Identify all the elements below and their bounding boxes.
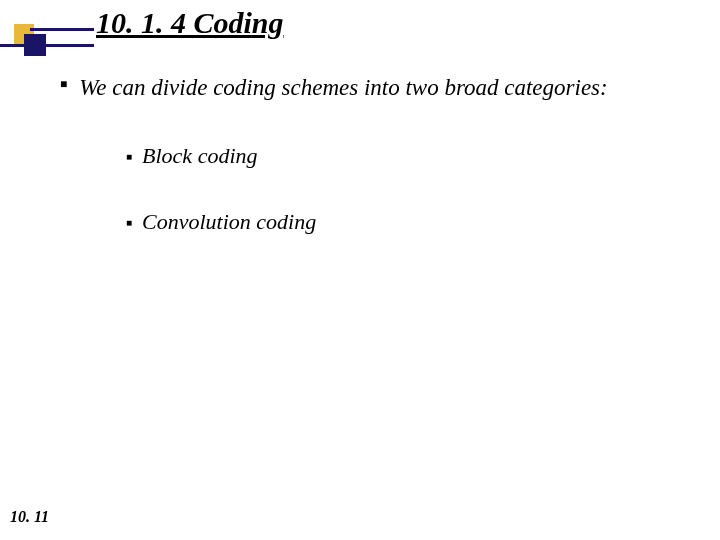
slide-header: 10. 1. 4 Coding [0, 0, 720, 54]
decor-line-top [30, 28, 94, 31]
list-item-label: Convolution coding [142, 209, 316, 235]
slide-title: 10. 1. 4 Coding [96, 6, 284, 40]
list-item: ■ Block coding [126, 143, 686, 169]
page-number: 10. 11 [10, 508, 49, 526]
decor-line-bottom [0, 44, 94, 47]
sub-list: ■ Block coding ■ Convolution coding [126, 143, 686, 235]
intro-row: ■ We can divide coding schemes into two … [60, 72, 686, 103]
bullet-icon: ■ [126, 151, 132, 162]
slide-content: ■ We can divide coding schemes into two … [60, 72, 686, 275]
list-item-label: Block coding [142, 143, 257, 169]
bullet-icon: ■ [60, 72, 67, 96]
intro-text: We can divide coding schemes into two br… [79, 72, 686, 103]
bullet-icon: ■ [126, 217, 132, 228]
list-item: ■ Convolution coding [126, 209, 686, 235]
